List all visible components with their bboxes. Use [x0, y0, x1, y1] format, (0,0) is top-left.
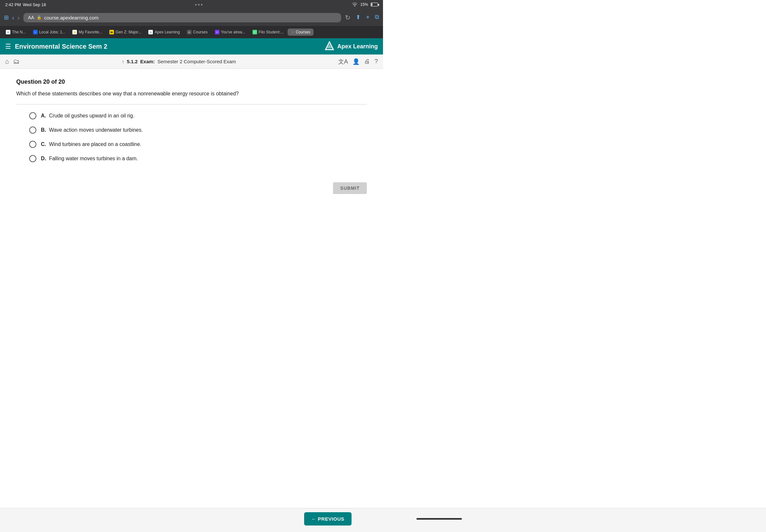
tab-apex[interactable]: A Apex Learning — [145, 29, 183, 36]
app-title: Environmental Science Sem 2 — [15, 43, 107, 50]
toolbar-right: 文A 👤 🖨 ? — [338, 58, 378, 66]
wifi-icon — [352, 2, 358, 7]
apex-logo-text: Apex Learning — [337, 43, 378, 50]
time-display: 2:42 PM — [5, 2, 21, 7]
back-button[interactable]: ‹ — [12, 14, 14, 21]
briefcase-icon[interactable]: 🗂 — [13, 58, 19, 65]
radio-b[interactable] — [29, 127, 36, 134]
choice-d[interactable]: D. Falling water moves turbines in a dam… — [29, 155, 354, 162]
tabs-bar: G The N... ≈ Local Jobs: 1... ⚡ My Favor… — [0, 26, 383, 38]
tab-favicon-favorites: ⚡ — [72, 30, 77, 34]
toolbar: ⌂ 🗂 ↑ 5.1.2 Exam: Semester 2 Computer-Sc… — [0, 54, 383, 69]
tab-label-apex: Apex Learning — [154, 30, 179, 34]
toolbar-left: ⌂ 🗂 — [5, 58, 19, 65]
browser-actions: ↻ ⬆ + ⧉ — [345, 14, 379, 21]
exam-section: 5.1.2 — [127, 59, 138, 64]
question-header: Question 20 of 20 — [16, 79, 367, 85]
sidebar-toggle-icon[interactable]: ⊞ — [4, 14, 9, 21]
status-left: 2:42 PM Wed Sep 18 — [5, 2, 46, 7]
tab-favicon-youve: ≡ — [215, 30, 219, 34]
help-icon[interactable]: ? — [374, 58, 378, 65]
tab-genz[interactable]: BI Gen Z: Major... — [106, 29, 144, 36]
tab-favicon-filo: F — [252, 30, 257, 34]
tab-courses1[interactable]: A Courses — [184, 29, 211, 36]
question-divider — [16, 104, 367, 104]
tab-label-courses-active: Courses — [296, 30, 310, 34]
dots-indicator — [194, 3, 204, 7]
question-text: Which of these statements describes one … — [16, 90, 367, 98]
tab-youve[interactable]: ≡ You've alrea... — [212, 29, 249, 36]
radio-c[interactable] — [29, 141, 36, 148]
tabs-icon[interactable]: ⧉ — [375, 14, 379, 21]
tab-favicon-google: G — [6, 30, 10, 34]
tab-label-google: The N... — [12, 30, 26, 34]
up-arrow-icon: ↑ — [122, 59, 124, 64]
choice-a[interactable]: A. Crude oil gushes upward in an oil rig… — [29, 112, 354, 119]
tab-google[interactable]: G The N... — [3, 29, 29, 36]
browser-nav: ⊞ ‹ › — [4, 14, 19, 21]
browser-chrome: ⊞ ‹ › AA 🔒 course.apexlearning.com ↻ ⬆ +… — [0, 9, 383, 26]
radio-d[interactable] — [29, 155, 36, 162]
address-bar[interactable]: AA 🔒 course.apexlearning.com — [23, 13, 341, 22]
date-display: Wed Sep 18 — [23, 2, 46, 7]
content-area: Question 20 of 20 Which of these stateme… — [0, 69, 383, 176]
url-display: course.apexlearning.com — [44, 15, 99, 20]
choice-b[interactable]: B. Wave action moves underwater turbines… — [29, 127, 354, 134]
tab-label-genz: Gen Z: Major... — [115, 30, 141, 34]
tab-filo[interactable]: F Filo Student:... — [249, 29, 287, 36]
aa-label[interactable]: AA — [28, 15, 34, 20]
tab-favicon-apex: A — [148, 30, 153, 34]
choice-c[interactable]: C. Wind turbines are placed on a coastli… — [29, 141, 354, 148]
choices-container: A. Crude oil gushes upward in an oil rig… — [16, 112, 367, 162]
refresh-icon[interactable]: ↻ — [345, 14, 350, 21]
tab-label-filo: Filo Student:... — [259, 30, 284, 34]
choice-a-text: A. Crude oil gushes upward in an oil rig… — [41, 113, 134, 119]
exam-label: Exam: — [140, 59, 155, 64]
tab-close-icon[interactable]: ✕ — [291, 30, 294, 34]
choice-c-text: C. Wind turbines are placed on a coastli… — [41, 141, 141, 147]
apex-logo: Apex Learning — [324, 41, 378, 52]
lock-icon: 🔒 — [37, 15, 42, 20]
tab-label-courses1: Courses — [193, 30, 208, 34]
print-icon[interactable]: 🖨 — [364, 58, 370, 65]
battery-display: 15% — [360, 2, 368, 7]
tab-indeed[interactable]: ≈ Local Jobs: 1... — [30, 29, 69, 36]
share-icon[interactable]: ⬆ — [356, 14, 360, 21]
tab-favicon-courses1: A — [187, 30, 191, 34]
app-header: ☰ Environmental Science Sem 2 Apex Learn… — [0, 38, 383, 54]
toolbar-center: ↑ 5.1.2 Exam: Semester 2 Computer-Scored… — [122, 59, 236, 64]
hamburger-menu-icon[interactable]: ☰ — [5, 42, 11, 50]
app-header-left: ☰ Environmental Science Sem 2 — [5, 42, 107, 50]
radio-a[interactable] — [29, 112, 36, 119]
add-tab-icon[interactable]: + — [366, 14, 370, 21]
forward-button[interactable]: › — [18, 14, 20, 21]
tab-label-youve: You've alrea... — [221, 30, 245, 34]
status-right: 15% — [352, 2, 378, 7]
tab-label-indeed: Local Jobs: 1... — [39, 30, 66, 34]
tab-courses-active[interactable]: ✕ Courses — [287, 29, 313, 36]
submit-area: SUBMIT — [0, 176, 383, 200]
tab-favicon-genz: BI — [109, 30, 114, 34]
tab-favorites[interactable]: ⚡ My Favorite... — [69, 29, 105, 36]
choice-d-text: D. Falling water moves turbines in a dam… — [41, 156, 138, 162]
translate-icon[interactable]: 文A — [338, 58, 348, 66]
submit-button[interactable]: SUBMIT — [333, 182, 367, 194]
tab-favicon-indeed: ≈ — [33, 30, 38, 34]
status-bar: 2:42 PM Wed Sep 18 15% — [0, 0, 383, 9]
exam-title: Semester 2 Computer-Scored Exam — [157, 59, 236, 64]
home-icon[interactable]: ⌂ — [5, 58, 9, 65]
battery-icon — [371, 3, 378, 6]
tab-label-favorites: My Favorite... — [79, 30, 102, 34]
choice-b-text: B. Wave action moves underwater turbines… — [41, 127, 143, 133]
apex-logo-icon — [324, 41, 334, 52]
accessibility-icon[interactable]: 👤 — [352, 58, 359, 65]
